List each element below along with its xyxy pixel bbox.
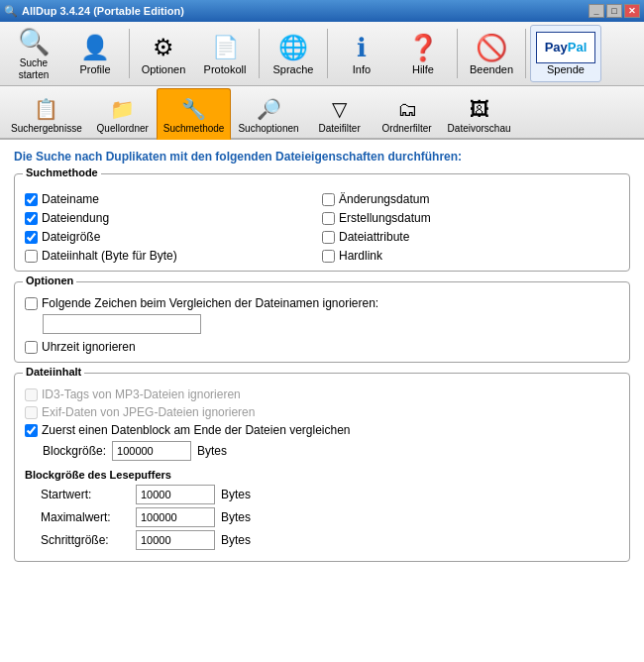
hilfe-button[interactable]: ❓ Hilfe — [393, 25, 453, 82]
ignore-time-label: Uhrzeit ignorieren — [42, 340, 136, 354]
dateiname-checkbox[interactable] — [25, 193, 38, 206]
ignore-chars-checkbox[interactable] — [25, 297, 38, 310]
ordnerfilter-tab[interactable]: 🗂 Ordnerfilter — [374, 86, 441, 138]
id3tags-item[interactable]: ID3-Tags von MP3-Dateien ignorieren — [25, 387, 619, 401]
startwert-unit: Bytes — [221, 488, 251, 501]
quellordner-icon: 📁 — [110, 97, 135, 121]
dateivorschau-tab[interactable]: 🖼 Dateivorschau — [441, 86, 518, 138]
dateivorschau-label: Dateivorschau — [448, 123, 511, 134]
startwert-row: Startwert: Bytes — [41, 485, 619, 504]
suche-starten-button[interactable]: 🔍 Suche starten — [4, 25, 63, 82]
dateifilter-icon: ▽ — [332, 97, 347, 121]
dateiname-label: Dateiname — [42, 192, 99, 206]
beenden-label: Beenden — [470, 63, 513, 75]
dateiinhalt-item[interactable]: Dateiinhalt (Byte für Byte) — [25, 249, 322, 263]
toolbar-separator-4 — [457, 29, 458, 78]
spende-label: Spende — [547, 63, 585, 75]
suchergebnisse-tab[interactable]: 📋 Suchergebnisse — [4, 86, 89, 138]
dateiattribute-item[interactable]: Dateiattribute — [322, 230, 619, 244]
optionen-icon: ⚙ — [148, 32, 179, 63]
sprache-icon: 🌐 — [277, 32, 309, 63]
aenderungsdatum-checkbox[interactable] — [322, 193, 335, 206]
suchmethode-col1: Dateiname Dateiendung Dateigröße Dateiin… — [25, 192, 322, 263]
suchoptionen-tab[interactable]: 🔎 Suchoptionen — [231, 86, 305, 138]
startwert-input[interactable] — [136, 485, 215, 504]
suche-starten-icon: 🔍 — [18, 27, 50, 57]
hardlink-item[interactable]: Hardlink — [322, 249, 619, 263]
dateiattribute-checkbox[interactable] — [322, 231, 335, 244]
dateigroesse-item[interactable]: Dateigröße — [25, 230, 322, 244]
optionen-button[interactable]: ⚙ Optionen — [134, 25, 193, 82]
datenblock-checkbox[interactable] — [25, 424, 38, 437]
ignore-chars-input[interactable] — [43, 314, 201, 334]
ordnerfilter-label: Ordnerfilter — [382, 123, 432, 134]
dateiendung-checkbox[interactable] — [25, 212, 38, 225]
ordnerfilter-icon: 🗂 — [397, 98, 417, 121]
dateiinhalt-section-label: Dateiinhalt — [23, 366, 84, 378]
close-button[interactable]: ✕ — [624, 4, 640, 18]
maximize-button[interactable]: □ — [606, 4, 622, 18]
suchmethode-tab[interactable]: 🔧 Suchmethode — [157, 88, 232, 140]
erstellungsdatum-item[interactable]: Erstellungsdatum — [322, 211, 619, 225]
erstellungsdatum-label: Erstellungsdatum — [339, 211, 431, 225]
optionen-section-label: Optionen — [23, 275, 76, 286]
quellordner-tab[interactable]: 📁 Quellordner — [89, 86, 157, 138]
aenderungsdatum-item[interactable]: Änderungsdatum — [322, 192, 619, 206]
profile-label: Profile — [79, 63, 110, 75]
suche-starten-label: Suche starten — [7, 57, 60, 81]
blockgroesse-row: Blockgröße: Bytes — [43, 441, 619, 461]
schrittgroesse-input[interactable] — [136, 530, 215, 550]
ignore-time-item[interactable]: Uhrzeit ignorieren — [25, 340, 619, 354]
exif-item[interactable]: Exif-Daten von JPEG-Dateien ignorieren — [25, 405, 619, 419]
dateigroesse-checkbox[interactable] — [25, 231, 38, 244]
dateiinhalt-checkbox[interactable] — [25, 250, 38, 263]
id3tags-checkbox[interactable] — [25, 388, 38, 401]
beenden-button[interactable]: 🚫 Beenden — [462, 25, 521, 82]
protokoll-label: Protokoll — [204, 63, 247, 75]
dateiendung-item[interactable]: Dateiendung — [25, 211, 322, 225]
maximalwert-input[interactable] — [136, 507, 215, 527]
exif-checkbox[interactable] — [25, 406, 38, 419]
dateiattribute-label: Dateiattribute — [339, 230, 409, 244]
schrittgroesse-label: Schrittgröße: — [41, 533, 130, 547]
blockgroesse-unit: Bytes — [197, 444, 227, 458]
hilfe-label: Hilfe — [412, 63, 434, 75]
ignore-time-checkbox[interactable] — [25, 341, 38, 354]
sprache-label: Sprache — [273, 63, 314, 75]
page-title: Die Suche nach Duplikaten mit den folgen… — [14, 150, 630, 164]
toolbar-separator-5 — [525, 29, 526, 78]
suchmethode-section: Suchmethode Dateiname Dateiendung Dateig… — [14, 173, 630, 272]
toolbar-main: 🔍 Suche starten 👤 Profile ⚙ Optionen 📄 P… — [0, 22, 644, 86]
suchmethode-section-label: Suchmethode — [23, 166, 101, 178]
blockgroesse-input[interactable] — [112, 441, 191, 461]
erstellungsdatum-checkbox[interactable] — [322, 212, 335, 225]
info-label: Info — [353, 63, 371, 75]
startwert-label: Startwert: — [41, 488, 130, 501]
profile-icon: 👤 — [79, 32, 111, 63]
dateifilter-label: Dateifilter — [318, 123, 360, 134]
hardlink-checkbox[interactable] — [322, 250, 335, 263]
blockgroesse-label: Blockgröße: — [43, 444, 106, 458]
ignore-chars-item[interactable]: Folgende Zeichen beim Vergleichen der Da… — [25, 296, 619, 310]
quellordner-label: Quellordner — [97, 123, 149, 134]
dateiname-item[interactable]: Dateiname — [25, 192, 322, 206]
suchergebnisse-icon: 📋 — [34, 97, 58, 121]
info-button[interactable]: ℹ Info — [332, 25, 391, 82]
hilfe-icon: ❓ — [407, 32, 439, 63]
dateifilter-tab[interactable]: ▽ Dateifilter — [306, 86, 374, 138]
schrittgroesse-row: Schrittgröße: Bytes — [41, 530, 619, 550]
suchmethode-col2: Änderungsdatum Erstellungsdatum Dateiatt… — [322, 192, 619, 263]
dateiinhalt-section: Dateiinhalt ID3-Tags von MP3-Dateien ign… — [14, 373, 630, 562]
minimize-button[interactable]: _ — [589, 4, 604, 18]
toolbar-secondary: 📋 Suchergebnisse 📁 Quellordner 🔧 Suchmet… — [0, 86, 644, 140]
exif-label: Exif-Daten von JPEG-Dateien ignorieren — [42, 405, 255, 419]
dateigroesse-label: Dateigröße — [42, 230, 100, 244]
suchergebnisse-label: Suchergebnisse — [11, 123, 82, 134]
datenblock-item[interactable]: Zuerst einen Datenblock am Ende der Date… — [25, 423, 619, 437]
title-bar: 🔍 AllDup 3.4.24 (Portable Edition) _ □ ✕ — [0, 0, 644, 22]
protokoll-button[interactable]: 📄 Protokoll — [195, 25, 255, 82]
profile-button[interactable]: 👤 Profile — [65, 25, 125, 82]
hardlink-label: Hardlink — [339, 249, 382, 263]
spende-button[interactable]: PayPal Spende — [530, 25, 601, 82]
sprache-button[interactable]: 🌐 Sprache — [264, 25, 323, 82]
